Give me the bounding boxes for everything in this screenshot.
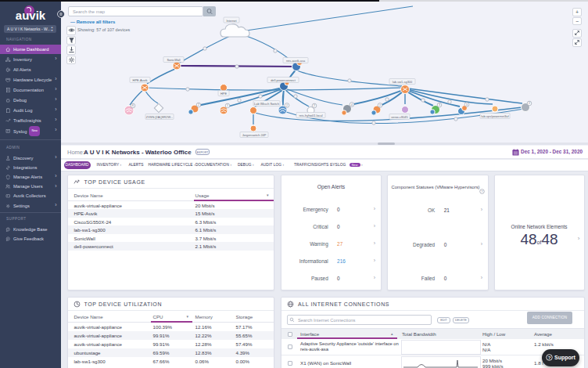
svg-text:reis-auvik-asa: reis-auvik-asa xyxy=(286,59,306,63)
svg-text:xerox-c8045: xerox-c8045 xyxy=(391,115,407,119)
svg-text:lab-ups/powernet3uf: lab-ups/powernet3uf xyxy=(481,114,509,118)
svg-text:1: 1 xyxy=(227,104,228,107)
svg-text:2: 2 xyxy=(286,104,288,107)
svg-text:lab-sw1-sg300: lab-sw1-sg300 xyxy=(393,80,413,84)
svg-text:ZXSN-[2AQ8R2W...: ZXSN-[2AQ8R2W... xyxy=(146,115,173,119)
svg-text:?: ? xyxy=(548,355,551,359)
svg-text:Internet: Internet xyxy=(226,19,237,23)
svg-text:Jorgenswitch 24P: Jorgenswitch 24P xyxy=(242,133,267,137)
svg-text:2: 2 xyxy=(198,103,199,106)
svg-text:SonicWall: SonicWall xyxy=(167,58,180,62)
svg-text:6: 6 xyxy=(132,104,134,107)
svg-text:2: 2 xyxy=(529,102,530,105)
svg-text:2: 2 xyxy=(379,104,381,107)
svg-text:dell-powerconnect: dell-powerconnect xyxy=(271,78,296,82)
svg-text:3: 3 xyxy=(439,103,440,106)
svg-text:2: 2 xyxy=(314,104,315,107)
svg-text:4: 4 xyxy=(351,103,353,106)
svg-text:?: ? xyxy=(481,189,483,193)
svg-text:reis-hyhw01.local: reis-hyhw01.local xyxy=(299,114,322,117)
svg-text:3: 3 xyxy=(466,103,468,106)
svg-text:Lab Wksch Switch: Lab Wksch Switch xyxy=(254,102,279,106)
svg-text:HPE-Auvik: HPE-Auvik xyxy=(133,78,148,82)
svg-text:HPE: HPE xyxy=(220,92,227,96)
